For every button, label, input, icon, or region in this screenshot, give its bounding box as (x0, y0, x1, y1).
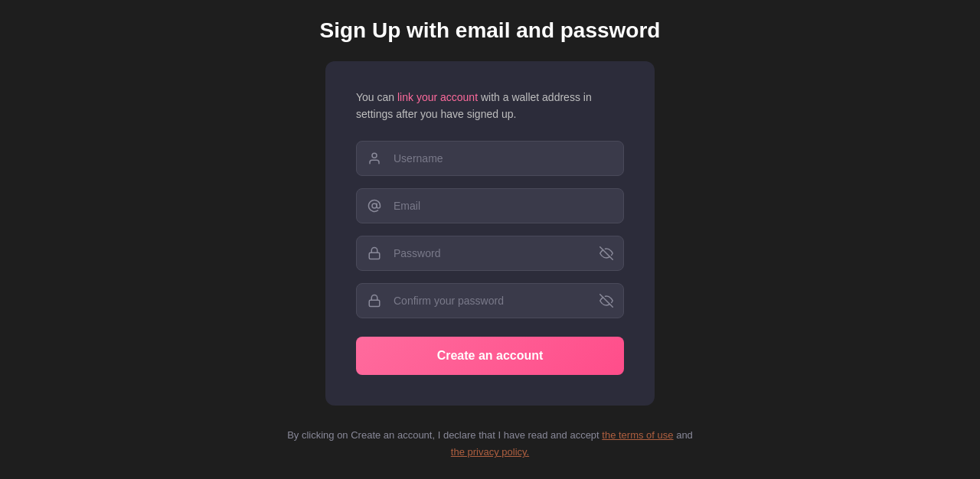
user-icon (367, 151, 382, 166)
confirm-password-input[interactable] (356, 283, 624, 318)
footer-text: By clicking on Create an account, I decl… (287, 427, 693, 461)
password-input[interactable] (356, 236, 624, 271)
confirm-password-input-group (356, 283, 624, 318)
create-account-button[interactable]: Create an account (356, 337, 624, 375)
footer-text-between: and (674, 429, 693, 441)
link-your-account[interactable]: link your account (397, 91, 478, 103)
svg-rect-4 (369, 301, 380, 307)
svg-point-1 (372, 204, 377, 208)
password-input-group (356, 236, 624, 271)
username-input-group (356, 141, 624, 176)
password-icon (367, 246, 382, 261)
email-icon (367, 198, 382, 213)
svg-point-0 (372, 154, 377, 158)
username-input[interactable] (356, 141, 624, 176)
terms-of-use-link[interactable]: the terms of use (602, 429, 673, 441)
svg-rect-2 (369, 253, 380, 259)
form-card: You can link your account with a wallet … (325, 61, 655, 406)
email-input[interactable] (356, 188, 624, 223)
info-text: You can link your account with a wallet … (356, 89, 624, 123)
confirm-password-icon (367, 293, 382, 308)
email-input-group (356, 188, 624, 223)
page-wrapper: Sign Up with email and password You can … (0, 18, 980, 461)
footer-text-before: By clicking on Create an account, I decl… (287, 429, 602, 441)
confirm-password-toggle-icon[interactable] (599, 294, 613, 308)
page-title: Sign Up with email and password (320, 18, 661, 43)
password-toggle-icon[interactable] (599, 246, 613, 260)
privacy-policy-link[interactable]: the privacy policy. (451, 446, 529, 458)
info-text-before: You can (356, 91, 397, 103)
